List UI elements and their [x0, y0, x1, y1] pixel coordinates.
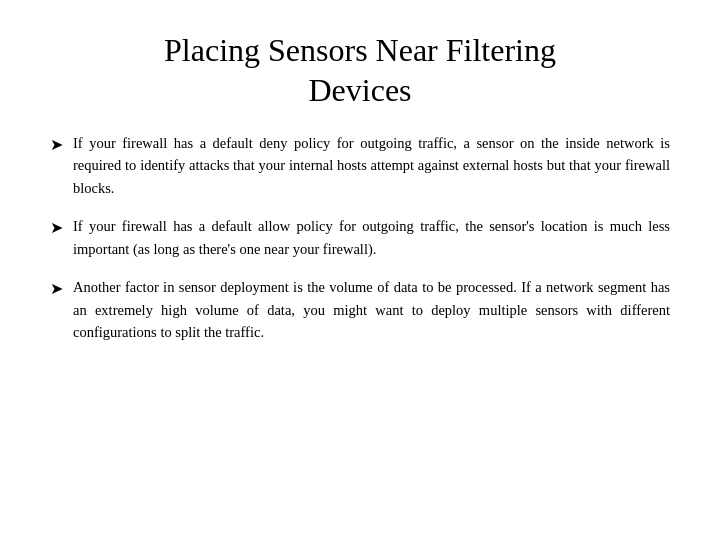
bullet-text-1: If your firewall has a default deny poli…: [73, 132, 670, 199]
bullet-text-2: If your firewall has a default allow pol…: [73, 215, 670, 260]
bullet-item-2: ➤ If your firewall has a default allow p…: [50, 215, 670, 260]
bullet-arrow-1: ➤: [50, 133, 63, 158]
bullet-arrow-3: ➤: [50, 277, 63, 302]
page-container: Placing Sensors Near Filtering Devices ➤…: [0, 0, 720, 540]
bullet-text-3: Another factor in sensor deployment is t…: [73, 276, 670, 343]
bullet-arrow-2: ➤: [50, 216, 63, 241]
page-title: Placing Sensors Near Filtering Devices: [50, 30, 670, 110]
bullet-item-3: ➤ Another factor in sensor deployment is…: [50, 276, 670, 343]
bullet-item-1: ➤ If your firewall has a default deny po…: [50, 132, 670, 199]
bullet-list: ➤ If your firewall has a default deny po…: [50, 132, 670, 360]
title-block: Placing Sensors Near Filtering Devices: [50, 30, 670, 110]
